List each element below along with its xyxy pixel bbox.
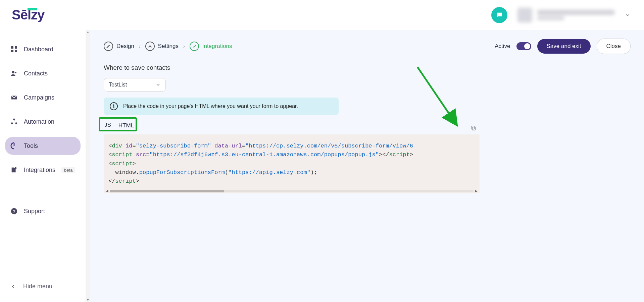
sidebar-item-label: Automation <box>24 118 54 125</box>
breadcrumb-integrations[interactable]: Integrations <box>190 42 232 51</box>
sidebar-item-label: Integrations <box>24 167 55 174</box>
tools-icon <box>10 142 18 149</box>
active-label: Active <box>495 43 510 50</box>
active-toggle[interactable] <box>516 42 531 50</box>
pencil-icon <box>104 42 113 51</box>
sidebar-item-label: Dashboard <box>24 46 53 53</box>
list-select[interactable]: TestList <box>104 78 166 92</box>
select-value: TestList <box>109 82 127 88</box>
app-header: Sēlzy <box>0 0 644 30</box>
campaigns-icon <box>10 94 18 101</box>
svg-rect-1 <box>15 46 17 49</box>
save-button[interactable]: Save and exit <box>537 39 591 54</box>
chevron-right-icon: › <box>183 44 185 49</box>
horizontal-scrollbar[interactable]: ◀ ▶ <box>104 189 480 193</box>
svg-rect-0 <box>11 46 13 49</box>
logo[interactable]: Sēlzy <box>12 7 44 22</box>
chevron-down-icon <box>155 82 161 87</box>
hide-menu-button[interactable]: Hide menu <box>5 278 81 295</box>
chevron-right-icon: › <box>139 44 141 49</box>
svg-rect-3 <box>15 50 17 52</box>
svg-point-12 <box>149 46 151 47</box>
close-button[interactable]: Close <box>597 39 631 54</box>
sidebar-item-tools[interactable]: Tools <box>5 137 81 155</box>
sidebar-item-label: Support <box>24 208 45 215</box>
beta-badge: beta <box>61 167 75 173</box>
breadcrumb: Design › Settings › Integrations <box>104 42 232 51</box>
tab-js[interactable]: JS <box>104 120 112 131</box>
info-icon: i <box>110 102 118 110</box>
info-text: Place the code in your page's HTML where… <box>123 102 298 110</box>
check-icon <box>190 42 199 51</box>
section-title: Where to save contacts <box>104 64 631 71</box>
dashboard-icon <box>10 46 18 53</box>
info-banner: i Place the code in your page's HTML whe… <box>104 98 339 115</box>
code-block: <div id="selzy-subscribe-form" data-url=… <box>104 134 480 189</box>
contacts-icon <box>10 70 18 77</box>
gear-icon <box>145 42 155 51</box>
svg-point-9 <box>15 167 17 169</box>
integrations-icon <box>10 166 18 174</box>
sidebar-item-label: Contacts <box>24 70 48 77</box>
breadcrumb-design[interactable]: Design <box>104 42 134 51</box>
sidebar-item-automation[interactable]: Automation <box>5 113 81 131</box>
chevron-left-icon <box>10 284 16 289</box>
hide-menu-label: Hide menu <box>23 283 52 290</box>
svg-line-15 <box>417 67 456 124</box>
sidebar-item-dashboard[interactable]: Dashboard <box>5 40 81 58</box>
breadcrumb-settings[interactable]: Settings <box>145 42 179 51</box>
svg-rect-7 <box>11 123 13 124</box>
svg-rect-6 <box>13 119 15 120</box>
svg-rect-2 <box>11 50 13 52</box>
sidebar-item-label: Campaigns <box>24 94 54 101</box>
svg-text:?: ? <box>13 209 15 214</box>
svg-rect-13 <box>472 127 475 130</box>
support-icon: ? <box>10 207 18 215</box>
vertical-scrollbar[interactable]: ▲ ▼ <box>86 30 90 302</box>
svg-rect-8 <box>15 123 17 124</box>
sidebar-item-label: Tools <box>24 142 38 149</box>
svg-point-5 <box>15 72 16 73</box>
sidebar-item-contacts[interactable]: Contacts <box>5 64 81 82</box>
sidebar-item-campaigns[interactable]: Campaigns <box>5 88 81 107</box>
automation-icon <box>10 118 18 125</box>
sidebar: Dashboard Contacts Campaigns Automation … <box>0 30 86 302</box>
divider <box>7 192 79 192</box>
account-menu[interactable] <box>517 8 614 22</box>
code-tabs: JS HTML <box>104 120 631 131</box>
sidebar-item-integrations[interactable]: Integrations beta <box>5 161 81 179</box>
copy-icon[interactable] <box>470 125 477 132</box>
svg-rect-14 <box>471 126 474 129</box>
main-content: Design › Settings › Integrations Active … <box>90 30 644 302</box>
chevron-down-icon[interactable] <box>625 12 631 18</box>
svg-point-4 <box>12 71 14 73</box>
sidebar-item-support[interactable]: ? Support <box>5 202 81 220</box>
chat-icon[interactable] <box>491 7 507 23</box>
tab-html[interactable]: HTML <box>118 120 135 131</box>
